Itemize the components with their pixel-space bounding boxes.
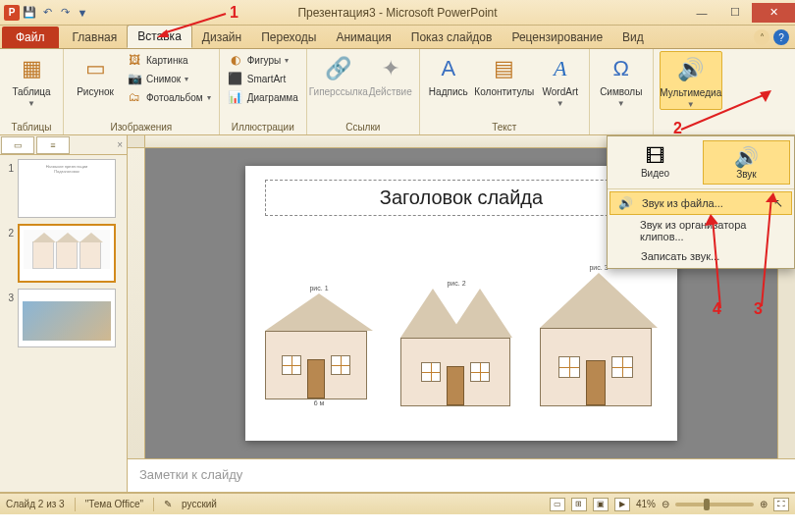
thumbnail-2[interactable]: [18, 224, 116, 283]
undo-icon[interactable]: ↶: [39, 5, 55, 21]
thumb-row: 1 Название презентации Подзаголовок: [4, 159, 123, 218]
save-icon[interactable]: 💾: [22, 5, 37, 21]
zoom-slider[interactable]: [675, 503, 754, 506]
wordart-icon: A: [545, 53, 576, 84]
tab-animation[interactable]: Анимация: [326, 27, 400, 48]
smartart-button[interactable]: ⬛SmartArt: [226, 70, 300, 87]
thumb-number: 1: [4, 159, 14, 218]
tab-view[interactable]: Вид: [612, 27, 654, 48]
window-title: Презентация3 - Microsoft PowerPoint: [297, 6, 497, 20]
spellcheck-icon[interactable]: ✎: [164, 499, 172, 509]
thumb-number: 3: [4, 289, 14, 347]
file-tab[interactable]: Файл: [2, 27, 59, 48]
close-button[interactable]: ✕: [752, 3, 795, 23]
thumb-tabs: ▭ ≡ ×: [0, 135, 127, 155]
chart-button[interactable]: 📊Диаграмма: [226, 88, 300, 106]
zoom-out-button[interactable]: ⊖: [662, 499, 669, 509]
language-indicator[interactable]: русский: [182, 499, 217, 509]
smartart-icon: ⬛: [228, 71, 243, 86]
film-icon: 🎞: [646, 145, 665, 168]
cursor-icon: ↖: [773, 196, 783, 210]
tab-insert[interactable]: Вставка: [127, 25, 192, 48]
group-text-label: Текст: [426, 120, 583, 134]
group-tables: ▦ Таблица ▼ Таблицы: [0, 49, 64, 134]
clipart-icon: 🖼: [127, 52, 142, 68]
minimize-ribbon-icon[interactable]: ˄: [754, 29, 769, 45]
group-media-label: [660, 120, 722, 134]
textbox-button[interactable]: A Надпись: [426, 51, 471, 97]
notes-pane[interactable]: Заметки к слайду: [128, 458, 795, 492]
video-button[interactable]: 🎞 Видео: [611, 140, 699, 185]
speaker-icon: 🔊: [675, 54, 707, 85]
reading-view-button[interactable]: ▣: [593, 498, 609, 511]
normal-view-button[interactable]: ▭: [550, 498, 565, 511]
screenshot-button[interactable]: 📷Снимок▾: [125, 70, 213, 87]
media-label: Мультимедиа: [660, 87, 721, 98]
link-icon: 🔗: [323, 53, 354, 84]
fit-button[interactable]: ⛶: [773, 498, 789, 511]
record-audio-item[interactable]: Записать звук...: [610, 246, 792, 266]
media-button[interactable]: 🔊 Мультимедиа ▼: [660, 51, 722, 110]
maximize-button[interactable]: ☐: [718, 3, 752, 23]
ruler-corner: [128, 135, 145, 147]
group-tables-label: Таблицы: [6, 120, 57, 134]
help-icon[interactable]: ?: [773, 29, 789, 45]
thumb-tab-slides[interactable]: ▭: [1, 136, 34, 154]
headerfooter-button[interactable]: ▤ Колонтитулы: [475, 51, 534, 97]
qat-dropdown-icon[interactable]: ▼: [75, 5, 90, 21]
thumbnail-panel: ▭ ≡ × 1 Название презентации Подзаголово…: [0, 135, 128, 492]
redo-icon[interactable]: ↷: [57, 5, 73, 21]
hyperlink-button[interactable]: 🔗 Гиперссылка: [313, 51, 364, 97]
minimize-button[interactable]: —: [685, 3, 718, 23]
headerfooter-icon: ▤: [489, 53, 520, 84]
headerfooter-label: Колонтитулы: [474, 86, 534, 97]
audio-from-file-item[interactable]: 🔊 Звук из файла... ↖: [610, 191, 792, 215]
tab-design[interactable]: Дизайн: [192, 27, 251, 48]
picture-label: Рисунок: [77, 86, 114, 97]
audio-button[interactable]: 🔊 Звук: [703, 140, 790, 185]
sorter-view-button[interactable]: ⊞: [571, 498, 587, 511]
house-1: рис. 1 6 м: [265, 285, 373, 406]
audio-submenu: 🔊 Звук из файла... ↖ Звук из организатор…: [608, 189, 794, 268]
slide-title-placeholder[interactable]: Заголовок слайда: [265, 180, 658, 216]
table-icon: ▦: [16, 53, 47, 84]
group-images-label: Изображения: [70, 120, 213, 134]
house-2: рис. 2: [400, 280, 512, 406]
group-links-label: Ссылки: [313, 120, 413, 134]
thumbnail-3[interactable]: [18, 289, 116, 347]
picture-button[interactable]: ▭ Рисунок: [70, 51, 121, 97]
tab-home[interactable]: Главная: [63, 27, 128, 48]
tab-transitions[interactable]: Переходы: [251, 27, 326, 48]
speaker-icon: 🔊: [618, 196, 634, 210]
media-dropdown: 🎞 Видео 🔊 Звук 🔊 Звук из файла... ↖ Звук…: [607, 135, 795, 269]
omega-icon: Ω: [606, 53, 637, 84]
shapes-button[interactable]: ◐Фигуры▾: [226, 51, 300, 69]
group-symbols-label: [596, 120, 647, 134]
textbox-label: Надпись: [429, 86, 468, 97]
photoalbum-button[interactable]: 🗂Фотоальбом▾: [125, 88, 213, 106]
tab-review[interactable]: Рецензирование: [502, 27, 612, 48]
zoom-in-button[interactable]: ⊕: [760, 499, 768, 509]
vertical-ruler[interactable]: [128, 148, 145, 458]
thumb-row: 2: [4, 224, 123, 283]
group-images: ▭ Рисунок 🖼Картинка 📷Снимок▾ 🗂Фотоальбом…: [64, 49, 220, 134]
thumb-tab-outline[interactable]: ≡: [36, 136, 70, 154]
thumbnail-1[interactable]: Название презентации Подзаголовок: [18, 159, 116, 218]
picture-icon: ▭: [80, 53, 111, 84]
wordart-label: WordArt: [543, 86, 579, 97]
table-button[interactable]: ▦ Таблица ▼: [6, 51, 57, 108]
clipart-button[interactable]: 🖼Картинка: [125, 51, 213, 69]
tab-slideshow[interactable]: Показ слайдов: [401, 27, 503, 48]
wordart-button[interactable]: A WordArt ▼: [538, 51, 583, 108]
dimension: 6 м: [314, 399, 325, 406]
symbols-button[interactable]: Ω Символы ▼: [596, 51, 647, 108]
slideshow-view-button[interactable]: ▶: [614, 498, 630, 511]
action-button[interactable]: ✦ Действие: [368, 51, 413, 97]
caption: рис. 3: [589, 264, 608, 271]
zoom-level[interactable]: 41%: [636, 499, 656, 509]
group-symbols: Ω Символы ▼: [590, 49, 654, 134]
thumb-close-icon[interactable]: ×: [113, 139, 127, 150]
ribbon-tabs: Файл Главная Вставка Дизайн Переходы Ани…: [0, 26, 795, 49]
audio-from-organizer-item[interactable]: Звук из организатора клипов...: [610, 215, 792, 246]
speaker-icon: 🔊: [734, 145, 759, 169]
